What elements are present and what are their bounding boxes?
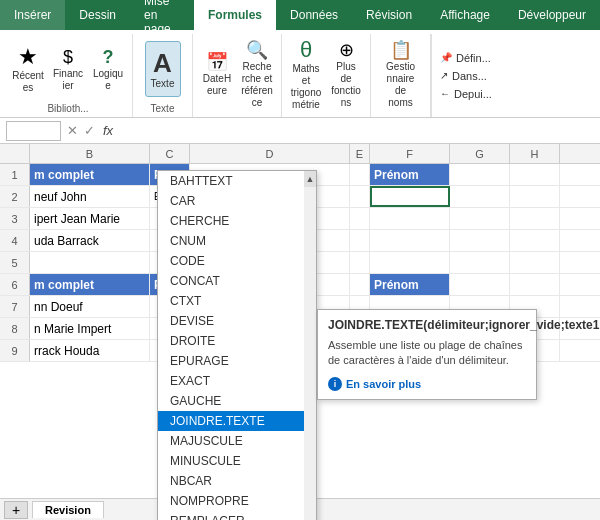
list-item[interactable]: DROITE	[158, 331, 304, 351]
tab-revision[interactable]: Révision	[352, 0, 426, 30]
maths-button[interactable]: θ Maths et trigonométrie	[288, 46, 324, 102]
col-header-b[interactable]: B	[30, 144, 150, 163]
cell-4-b[interactable]: uda Barrack	[30, 230, 150, 251]
tab-affichage[interactable]: Affichage	[426, 0, 504, 30]
list-item[interactable]: MINUSCULE	[158, 451, 304, 471]
list-item[interactable]: CONCAT	[158, 271, 304, 291]
gestionnaire-button[interactable]: 📋 Gestionnaire de noms	[383, 46, 419, 102]
logical-button[interactable]: ? Logique	[90, 41, 126, 97]
learn-more-icon: i	[328, 377, 342, 391]
col-header-f[interactable]: F	[370, 144, 450, 163]
plus-fonctions-button[interactable]: ⊕ Plus de fonctions	[328, 46, 364, 102]
list-item[interactable]: EPURAGE	[158, 351, 304, 371]
cell-6-g[interactable]	[450, 274, 510, 295]
tab-dessin[interactable]: Dessin	[65, 0, 130, 30]
row-num-5: 5	[0, 252, 30, 273]
cell-4-g[interactable]	[450, 230, 510, 251]
ribbon-toolbar: ★ Récentes $ Financier ? Logique Bibliot…	[0, 30, 600, 118]
list-item[interactable]: CNUM	[158, 231, 304, 251]
financial-label: Financier	[52, 68, 84, 92]
scroll-up-button[interactable]: ▲	[304, 171, 316, 187]
recherche-button[interactable]: 🔍 Recherche et référence	[239, 46, 275, 102]
cell-5-h[interactable]	[510, 252, 560, 273]
cell-1-b[interactable]: m complet	[30, 164, 150, 185]
recherche-label: Recherche et référence	[241, 61, 273, 109]
defin-item[interactable]: 📌 Défin...	[440, 52, 492, 64]
cell-8-b[interactable]: n Marie Impert	[30, 318, 150, 339]
tab-mise-en-page[interactable]: Mise en page	[130, 0, 194, 30]
texte-label: Texte	[151, 78, 175, 90]
sheet-tab-revision[interactable]: Revision	[32, 501, 104, 518]
cell-4-h[interactable]	[510, 230, 560, 251]
cell-3-g[interactable]	[450, 208, 510, 229]
cell-6-e[interactable]	[350, 274, 370, 295]
texte-button[interactable]: A Texte	[145, 41, 181, 97]
cell-5-b[interactable]	[30, 252, 150, 273]
dans-item[interactable]: ↗ Dans...	[440, 70, 492, 82]
cell-5-e[interactable]	[350, 252, 370, 273]
row-num-7: 7	[0, 296, 30, 317]
cell-5-g[interactable]	[450, 252, 510, 273]
tab-formules[interactable]: Formules	[194, 0, 276, 30]
cell-4-e[interactable]	[350, 230, 370, 251]
formula-input[interactable]	[119, 124, 594, 138]
list-item[interactable]: REMPLACER	[158, 511, 304, 520]
cell-2-e[interactable]	[350, 186, 370, 207]
col-header-e[interactable]: E	[350, 144, 370, 163]
cell-1-g[interactable]	[450, 164, 510, 185]
formula-icons: ✕ ✓	[67, 123, 95, 138]
confirm-icon[interactable]: ✓	[84, 123, 95, 138]
financial-button[interactable]: $ Financier	[50, 41, 86, 97]
list-item[interactable]: BAHTTEXT	[158, 171, 304, 191]
ribbon-group-library: ★ Récentes $ Financier ? Logique Bibliot…	[4, 34, 133, 117]
tab-inserer[interactable]: Insérer	[0, 0, 65, 30]
recent-button[interactable]: ★ Récentes	[10, 41, 46, 97]
list-item[interactable]: CAR	[158, 191, 304, 211]
list-item[interactable]: MAJUSCULE	[158, 431, 304, 451]
cell-6-f[interactable]: Prénom	[370, 274, 450, 295]
cancel-icon[interactable]: ✕	[67, 123, 78, 138]
financial-icon: $	[63, 48, 73, 66]
cell-1-f[interactable]: Prénom	[370, 164, 450, 185]
list-item[interactable]: DEVISE	[158, 311, 304, 331]
function-dropdown[interactable]: ▲ ▼ BAHTTEXT CAR CHERCHE CNUM CODE CONCA…	[157, 170, 317, 520]
cell-2-g[interactable]	[450, 186, 510, 207]
add-sheet-button[interactable]: +	[4, 501, 28, 519]
cell-3-h[interactable]	[510, 208, 560, 229]
tab-developpeur[interactable]: Développeur	[504, 0, 600, 30]
cell-9-b[interactable]: rrack Houda	[30, 340, 150, 361]
list-item[interactable]: CTXT	[158, 291, 304, 311]
cell-7-b[interactable]: nn Doeuf	[30, 296, 150, 317]
cell-3-f[interactable]	[370, 208, 450, 229]
col-header-d[interactable]: D	[190, 144, 350, 163]
cell-2-f[interactable]	[370, 186, 450, 207]
col-header-h[interactable]: H	[510, 144, 560, 163]
list-item[interactable]: GAUCHE	[158, 391, 304, 411]
col-header-c[interactable]: C	[150, 144, 190, 163]
col-header-g[interactable]: G	[450, 144, 510, 163]
cell-1-h[interactable]	[510, 164, 560, 185]
tab-donnees[interactable]: Données	[276, 0, 352, 30]
cell-6-h[interactable]	[510, 274, 560, 295]
list-item[interactable]: EXACT	[158, 371, 304, 391]
cell-5-f[interactable]	[370, 252, 450, 273]
cell-3-e[interactable]	[350, 208, 370, 229]
list-item[interactable]: NOMPROPRE	[158, 491, 304, 511]
cell-6-b[interactable]: m complet	[30, 274, 150, 295]
date-heure-button[interactable]: 📅 DateHeure	[199, 46, 235, 102]
dropdown-scrollbar[interactable]: ▲ ▼	[304, 171, 316, 520]
name-box[interactable]	[6, 121, 61, 141]
maths-label: Maths et trigonométrie	[290, 63, 322, 111]
cell-3-b[interactable]: ipert Jean Marie	[30, 208, 150, 229]
learn-more-link[interactable]: i En savoir plus	[328, 377, 526, 391]
list-item[interactable]: CHERCHE	[158, 211, 304, 231]
depui-item[interactable]: ← Depui...	[440, 88, 492, 100]
list-item[interactable]: CODE	[158, 251, 304, 271]
recent-label: Récentes	[12, 70, 44, 94]
list-item[interactable]: NBCAR	[158, 471, 304, 491]
cell-4-f[interactable]	[370, 230, 450, 251]
cell-2-b[interactable]: neuf John	[30, 186, 150, 207]
cell-1-e[interactable]	[350, 164, 370, 185]
list-item-selected[interactable]: JOINDRE.TEXTE	[158, 411, 304, 431]
cell-2-h[interactable]	[510, 186, 560, 207]
